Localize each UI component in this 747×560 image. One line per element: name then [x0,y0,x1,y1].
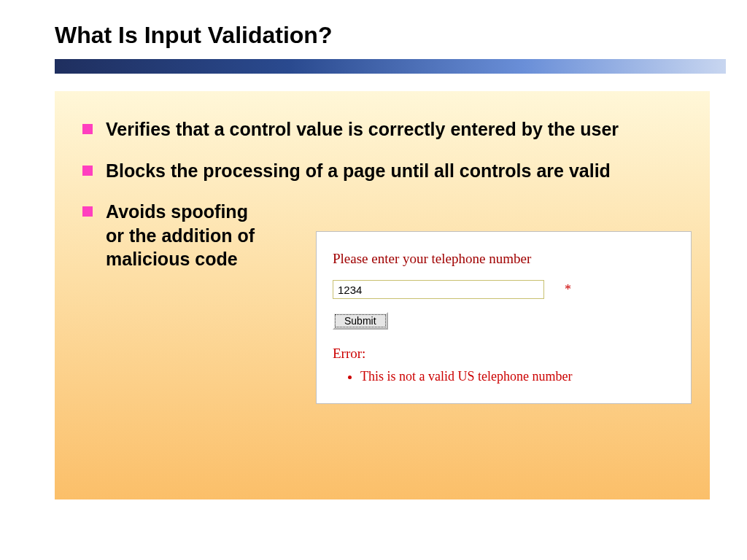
example-form-card: Please enter your telephone number * Sub… [316,231,692,404]
bullet-square-icon [82,124,93,134]
bullet-text: Blocks the processing of a page until al… [106,159,611,183]
slide: What Is Input Validation? Verifies that … [0,0,747,560]
bullet-text: Verifies that a control value is correct… [106,117,619,141]
bullet-item: Verifies that a control value is correct… [82,117,686,141]
bullet-square-icon [82,206,93,217]
content-panel: Verifies that a control value is correct… [55,91,710,499]
form-prompt: Please enter your telephone number [333,251,679,267]
bullet-text: Avoids spoofing or the addition of malic… [106,200,288,271]
slide-title: What Is Input Validation? [15,22,732,59]
field-row: * [333,280,679,299]
error-item: This is not a valid US telephone number [360,369,679,384]
title-divider [55,59,726,74]
telephone-input[interactable] [333,280,544,299]
bullet-square-icon [82,166,93,176]
error-list: This is not a valid US telephone number [360,369,679,384]
required-asterisk-icon: * [565,282,571,298]
bullet-item: Blocks the processing of a page until al… [82,159,686,183]
error-label: Error: [333,346,679,362]
submit-button[interactable]: Submit [333,312,388,330]
